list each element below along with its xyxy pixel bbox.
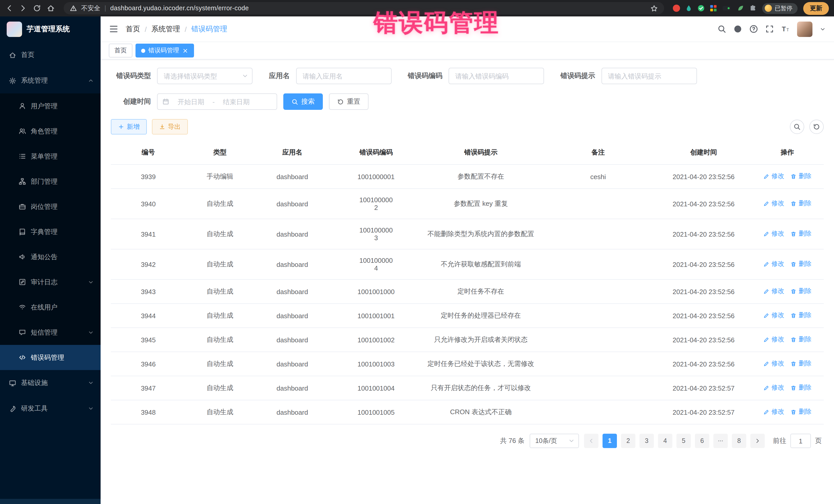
sidebar-item-role[interactable]: 角色管理 (0, 118, 101, 144)
delete-button[interactable]: 删除 (790, 260, 811, 269)
delete-button[interactable]: 删除 (790, 408, 811, 416)
sidebar-item-notice[interactable]: 通知公告 (0, 244, 101, 269)
sidebar-item-dept[interactable]: 部门管理 (0, 169, 101, 194)
sidebar-item-system[interactable]: 系统管理 (0, 68, 101, 93)
edit-button[interactable]: 修改 (763, 408, 784, 416)
app-logo[interactable]: 芋道管理系统 (0, 17, 101, 42)
page-button-3[interactable]: 3 (639, 434, 654, 448)
cell-actions: 修改删除 (751, 328, 824, 352)
edit-button[interactable]: 修改 (763, 311, 784, 320)
edit-button[interactable]: 修改 (763, 287, 784, 296)
page-button-8[interactable]: 8 (732, 434, 746, 448)
start-date-input[interactable] (172, 98, 210, 106)
delete-button[interactable]: 删除 (790, 311, 811, 320)
close-icon[interactable] (182, 47, 188, 53)
reset-button[interactable]: 重置 (329, 93, 369, 110)
error-code-field[interactable] (448, 68, 544, 84)
github-icon[interactable] (733, 25, 742, 34)
delete-button[interactable]: 删除 (790, 199, 811, 208)
page-button-2[interactable]: 2 (621, 434, 635, 448)
app-name-field[interactable] (296, 68, 391, 84)
error-hint-input[interactable] (601, 68, 697, 84)
refresh-table-button[interactable] (809, 119, 824, 134)
page-button-6[interactable]: 6 (695, 434, 709, 448)
tab-home[interactable]: 首页 (109, 44, 132, 58)
edit-button[interactable]: 修改 (763, 172, 784, 181)
sidebar-item-menu[interactable]: 菜单管理 (0, 144, 101, 169)
cell-code: 1001001000 (331, 280, 422, 304)
dark-pill-extension-icon[interactable] (722, 5, 731, 12)
breadcrumb-item[interactable]: 系统管理 (151, 24, 180, 34)
export-button[interactable]: 导出 (152, 119, 188, 134)
error-type-select[interactable] (157, 68, 253, 84)
pagination-ellipsis[interactable] (714, 434, 728, 448)
sidebar-item-sms[interactable]: 短信管理 (0, 320, 101, 345)
browser-back-icon[interactable] (5, 4, 13, 12)
edit-button[interactable]: 修改 (763, 359, 784, 368)
font-size-icon[interactable]: TT (781, 25, 790, 34)
bookmark-star-icon[interactable] (650, 4, 658, 12)
browser-home-icon[interactable] (47, 4, 55, 12)
goto-page-input[interactable] (790, 434, 811, 448)
prev-page-button[interactable] (584, 434, 598, 448)
sidebar-item-online-user[interactable]: 在线用户 (0, 294, 101, 320)
update-button[interactable]: 更新 (803, 2, 829, 15)
cell-id: 3947 (111, 376, 186, 400)
error-hint-field[interactable] (601, 68, 697, 84)
header-search-icon[interactable] (718, 25, 726, 34)
help-icon[interactable] (749, 25, 758, 34)
sidebar-collapse-bar[interactable] (0, 499, 101, 504)
page-button-1[interactable]: 1 (602, 434, 617, 448)
puzzle-extension-icon[interactable] (749, 5, 756, 12)
sidebar-item-dev-tools[interactable]: 研发工具 (0, 396, 101, 421)
red-extension-icon[interactable] (673, 5, 680, 12)
address-bar[interactable]: 不安全 | dashboard.yudao.iocoder.cn/system/… (64, 2, 664, 14)
leaf-extension-icon[interactable] (737, 5, 744, 12)
breadcrumb-item[interactable]: 首页 (126, 24, 140, 34)
filter-create-time: 创建时间 - (111, 93, 277, 110)
collapse-menu-icon[interactable] (109, 24, 118, 34)
avatar-caret-icon[interactable] (820, 26, 826, 32)
edit-button[interactable]: 修改 (763, 199, 784, 208)
paused-badge[interactable]: 已暂停 (762, 3, 797, 14)
page-size-select[interactable] (530, 434, 579, 448)
delete-button[interactable]: 删除 (790, 287, 811, 296)
edit-button[interactable]: 修改 (763, 384, 784, 392)
sidebar-item-infra[interactable]: 基础设施 (0, 370, 101, 396)
next-page-button[interactable] (750, 434, 765, 448)
fullscreen-icon[interactable] (765, 25, 774, 34)
error-code-input[interactable] (448, 68, 544, 84)
page-button-5[interactable]: 5 (676, 434, 691, 448)
edit-button[interactable]: 修改 (763, 260, 784, 269)
sidebar-item-home[interactable]: 首页 (0, 42, 101, 68)
sidebar-item-audit-log[interactable]: 审计日志 (0, 269, 101, 294)
tab-error-code[interactable]: 错误码管理 (135, 44, 194, 58)
edit-button[interactable]: 修改 (763, 230, 784, 238)
page-button-4[interactable]: 4 (658, 434, 672, 448)
delete-button[interactable]: 删除 (790, 384, 811, 392)
edit-button[interactable]: 修改 (763, 335, 784, 344)
app-name-input[interactable] (296, 68, 391, 84)
delete-button[interactable]: 删除 (790, 230, 811, 238)
toggle-search-button[interactable] (790, 119, 804, 134)
breadcrumb-item[interactable]: 错误码管理 (192, 24, 227, 34)
delete-button[interactable]: 删除 (790, 359, 811, 368)
delete-button[interactable]: 删除 (790, 172, 811, 181)
add-button[interactable]: 新增 (111, 119, 147, 134)
end-date-input[interactable] (218, 98, 255, 106)
sidebar-item-error-code[interactable]: 错误码管理 (0, 345, 101, 370)
browser-reload-icon[interactable] (33, 4, 41, 12)
sidebar-item-post[interactable]: 岗位管理 (0, 194, 101, 219)
user-avatar[interactable] (797, 21, 812, 37)
search-button[interactable]: 搜索 (283, 93, 323, 110)
teal-drop-extension-icon[interactable] (685, 5, 692, 12)
trash-icon (790, 385, 796, 391)
color-grid-extension-icon[interactable] (709, 5, 717, 12)
delete-button[interactable]: 删除 (790, 335, 811, 344)
sidebar-item-dict[interactable]: 字典管理 (0, 219, 101, 244)
green-check-extension-icon[interactable] (697, 5, 704, 12)
create-time-range[interactable]: - (157, 93, 277, 110)
browser-forward-icon[interactable] (19, 4, 27, 12)
error-type-select-input[interactable] (157, 68, 253, 84)
sidebar-item-user[interactable]: 用户管理 (0, 93, 101, 118)
